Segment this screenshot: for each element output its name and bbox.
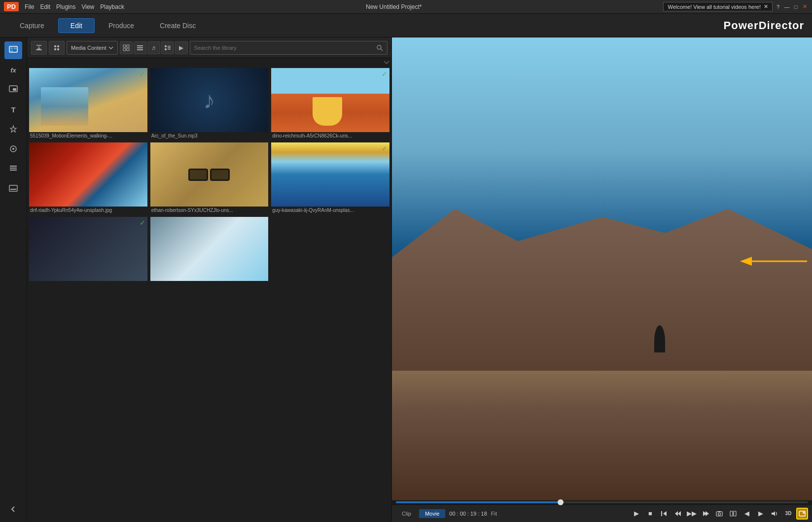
sidebar-text-icon[interactable]: T	[4, 101, 22, 118]
plugin-button[interactable]	[49, 41, 65, 55]
expand-icon[interactable]	[384, 60, 389, 65]
checkmark-icon: ✓	[382, 144, 388, 152]
svg-rect-33	[661, 511, 662, 516]
list-item[interactable]: ♪ Arc_of_the_Sun.mp3	[150, 68, 269, 139]
prev-clip-button[interactable]: ◀	[741, 508, 753, 520]
close-button[interactable]: ✕	[801, 3, 808, 10]
svg-rect-24	[137, 49, 143, 50]
play-button[interactable]: ▶	[631, 508, 642, 520]
media-thumbnail	[150, 217, 269, 281]
svg-rect-3	[10, 50, 13, 52]
media-item-label: guy-kawasaki-iij-QvyRAnM-unsplas...	[271, 207, 389, 214]
download-button[interactable]: ▶	[175, 41, 188, 54]
snapshot-button[interactable]	[713, 508, 725, 520]
svg-rect-20	[123, 48, 126, 51]
media-panel: Media Content ♬ ▶	[27, 37, 392, 522]
help-button[interactable]: ?	[775, 3, 781, 10]
playhead-bar[interactable]	[392, 500, 812, 504]
maximize-button[interactable]: □	[792, 3, 799, 10]
volume-button[interactable]	[769, 508, 780, 520]
list-item[interactable]: drif-riadh-YpkuRn54y4w-unsplash.jpg	[29, 142, 147, 214]
media-content-select[interactable]: Media Content	[67, 41, 118, 55]
svg-rect-16	[54, 48, 56, 50]
sidebar-chapter-icon[interactable]	[4, 160, 22, 177]
tutorial-banner[interactable]: Welcome! View all tutorial videos here! …	[663, 2, 773, 11]
step-back-button[interactable]	[672, 508, 684, 520]
svg-rect-42	[734, 511, 736, 516]
view-toggle-buttons: ♬ ▶	[120, 41, 188, 54]
list-item[interactable]: ✓ dino-reichmuth-A5rCN8626Ck-uns...	[271, 68, 389, 139]
step-forward-button[interactable]	[700, 508, 711, 520]
menu-view[interactable]: View	[81, 3, 94, 10]
preview-controls: Clip Movie 00 : 00 : 19 : 18 Fit ▶ ■ ▶▶	[392, 504, 812, 522]
menu-file[interactable]: File	[25, 3, 34, 10]
list-item[interactable]	[150, 217, 269, 283]
svg-rect-17	[57, 48, 59, 50]
sidebar-collapse-btn[interactable]	[4, 500, 22, 518]
sidebar-particle-icon[interactable]	[4, 120, 22, 138]
sort-button[interactable]	[161, 41, 174, 54]
list-item[interactable]: ✓ guy-kawasaki-iij-QvyRAnM-unsplas...	[271, 142, 389, 214]
3d-button[interactable]: 3D	[782, 508, 794, 520]
split-view-button[interactable]	[727, 508, 739, 520]
svg-rect-10	[10, 170, 17, 171]
undock-preview-button[interactable]	[796, 508, 808, 520]
clip-tab[interactable]: Clip	[396, 509, 417, 518]
close-icon[interactable]: ✕	[764, 3, 768, 10]
import-button[interactable]	[31, 41, 47, 55]
tab-create-disc[interactable]: Create Disc	[148, 19, 208, 33]
timecode-display: 00 : 00 : 19 : 18	[449, 511, 487, 517]
media-thumbnail: ✓	[271, 142, 389, 207]
search-input[interactable]	[194, 45, 374, 51]
checkmark-icon: ✓	[140, 219, 145, 227]
list-view-button[interactable]	[134, 41, 146, 54]
next-clip-button[interactable]: ▶	[755, 508, 767, 520]
prev-frame-button[interactable]	[658, 508, 670, 520]
media-item-label: 5515039_MotionElements_walking-...	[29, 132, 147, 139]
main-area: fx T	[0, 37, 812, 522]
svg-rect-41	[730, 511, 733, 516]
list-item[interactable]: ✓	[29, 217, 147, 283]
menu-bar: PD File Edit Plugins View Playback	[4, 2, 124, 11]
media-thumbnail: ✓	[271, 68, 389, 132]
svg-rect-12	[10, 189, 16, 190]
media-item-label: ethan-robertson-SYx3UCHZJlo-uns...	[150, 207, 269, 214]
sidebar-media-icon[interactable]	[4, 41, 22, 59]
tab-capture[interactable]: Capture	[8, 19, 56, 33]
sidebar-fx-icon[interactable]: fx	[4, 61, 22, 79]
next-frame-button[interactable]: ▶▶	[686, 508, 698, 520]
menu-playback[interactable]: Playback	[100, 3, 124, 10]
movie-tab[interactable]: Movie	[419, 509, 445, 518]
tab-edit[interactable]: Edit	[58, 18, 95, 33]
grid-view-button[interactable]	[120, 41, 133, 54]
stop-button[interactable]: ■	[644, 508, 656, 520]
svg-rect-23	[137, 47, 143, 48]
titlebar: PD File Edit Plugins View Playback New U…	[0, 0, 812, 14]
playhead-thumb[interactable]	[558, 499, 564, 505]
audio-view-button[interactable]: ♬	[147, 41, 160, 54]
media-item-label: Arc_of_the_Sun.mp3	[150, 132, 269, 139]
menu-edit[interactable]: Edit	[40, 3, 50, 10]
tab-produce[interactable]: Produce	[97, 19, 146, 33]
menu-plugins[interactable]: Plugins	[56, 3, 75, 10]
svg-rect-40	[718, 511, 721, 512]
svg-rect-21	[127, 48, 129, 51]
svg-rect-5	[13, 88, 16, 91]
svg-rect-26	[165, 48, 167, 50]
minimize-button[interactable]: —	[783, 3, 790, 10]
left-sidebar: fx T	[0, 37, 27, 522]
svg-point-39	[718, 513, 721, 515]
arrow-annotation	[713, 251, 812, 271]
sidebar-subtitle-icon[interactable]	[4, 179, 22, 197]
media-toolbar: Media Content ♬ ▶	[27, 37, 391, 58]
brand-logo: PowerDirector	[724, 19, 804, 32]
svg-line-31	[381, 49, 383, 51]
list-item[interactable]: ✓ 5515039_MotionElements_walking-...	[29, 68, 147, 139]
sidebar-audio-icon[interactable]	[4, 140, 22, 158]
playhead-track[interactable]	[396, 501, 808, 503]
svg-rect-14	[54, 45, 56, 47]
sidebar-pip-icon[interactable]	[4, 81, 22, 99]
svg-rect-25	[165, 45, 167, 47]
list-item[interactable]: ethan-robertson-SYx3UCHZJlo-uns...	[150, 142, 269, 214]
svg-point-7	[12, 148, 14, 150]
